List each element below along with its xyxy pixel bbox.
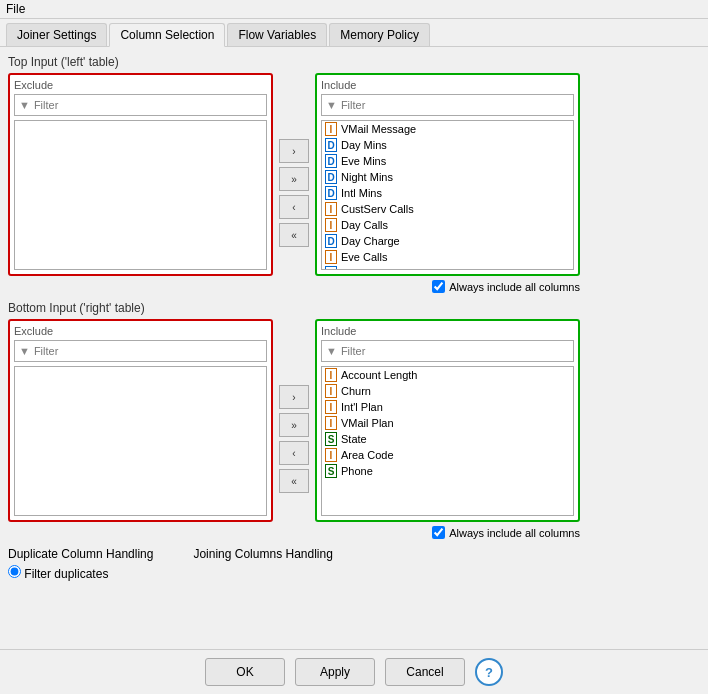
top-exclude-box: Exclude ▼	[8, 73, 273, 276]
list-item[interactable]: DNight Mins	[322, 169, 573, 185]
bottom-exclude-filter-icon: ▼	[19, 345, 30, 357]
bottom-always-include-row: Always include all columns	[315, 526, 580, 539]
list-item[interactable]: IChurn	[322, 383, 573, 399]
tab-column-selection[interactable]: Column Selection	[109, 23, 225, 47]
cancel-button[interactable]: Cancel	[385, 658, 465, 686]
bottom-exclude-label: Exclude	[14, 325, 267, 337]
tab-bar: Joiner Settings Column Selection Flow Va…	[0, 19, 708, 47]
top-move-right-all-button[interactable]: »	[279, 167, 309, 191]
bottom-include-filter-icon: ▼	[326, 345, 337, 357]
bottom-include-box: Include ▼ IAccount LengthIChurnIInt'l Pl…	[315, 319, 580, 522]
menu-bar: File	[0, 0, 708, 19]
tab-flow-variables[interactable]: Flow Variables	[227, 23, 327, 46]
tab-joiner[interactable]: Joiner Settings	[6, 23, 107, 46]
top-exclude-group: Exclude ▼	[8, 73, 273, 276]
filter-duplicates-radio[interactable]	[8, 565, 21, 578]
list-item[interactable]: DDay Charge	[322, 233, 573, 249]
top-always-include-row: Always include all columns	[315, 280, 580, 293]
bottom-move-left-all-button[interactable]: «	[279, 469, 309, 493]
duplicate-inner: Duplicate Column Handling Filter duplica…	[8, 547, 700, 581]
top-columns-area: Exclude ▼ › » ‹ «	[8, 73, 700, 293]
list-item[interactable]: IVMail Message	[322, 121, 573, 137]
top-include-list[interactable]: IVMail MessageDDay MinsDEve MinsDNight M…	[321, 120, 574, 270]
ok-button[interactable]: OK	[205, 658, 285, 686]
bottom-include-group: Include ▼ IAccount LengthIChurnIInt'l Pl…	[315, 319, 580, 539]
top-exclude-filter-input[interactable]	[34, 99, 262, 111]
top-include-label: Include	[321, 79, 574, 91]
bottom-bar: OK Apply Cancel ?	[0, 649, 708, 694]
list-item[interactable]: DIntl Mins	[322, 185, 573, 201]
list-item[interactable]: IArea Code	[322, 447, 573, 463]
top-include-box: Include ▼ IVMail MessageDDay MinsDEve Mi…	[315, 73, 580, 276]
list-item[interactable]: SState	[322, 431, 573, 447]
tab-memory-policy[interactable]: Memory Policy	[329, 23, 430, 46]
top-exclude-label: Exclude	[14, 79, 267, 91]
bottom-move-left-button[interactable]: ‹	[279, 441, 309, 465]
list-item[interactable]: DDay Mins	[322, 137, 573, 153]
duplicate-title: Duplicate Column Handling	[8, 547, 153, 561]
bottom-columns-area: Exclude ▼ › » ‹ «	[8, 319, 700, 539]
bottom-arrow-buttons: › » ‹ «	[279, 365, 309, 493]
top-section-title: Top Input ('left' table)	[8, 55, 700, 69]
top-input-section: Top Input ('left' table) Exclude ▼	[8, 55, 700, 293]
bottom-move-right-button[interactable]: ›	[279, 385, 309, 409]
bottom-include-label: Include	[321, 325, 574, 337]
top-exclude-filter-icon: ▼	[19, 99, 30, 111]
help-button[interactable]: ?	[475, 658, 503, 686]
duplicate-group: Duplicate Column Handling Filter duplica…	[8, 547, 153, 581]
list-item[interactable]: SPhone	[322, 463, 573, 479]
bottom-include-list[interactable]: IAccount LengthIChurnIInt'l PlanIVMail P…	[321, 366, 574, 516]
bottom-exclude-box: Exclude ▼	[8, 319, 273, 522]
main-window: File Joiner Settings Column Selection Fl…	[0, 0, 708, 694]
duplicate-section: Duplicate Column Handling Filter duplica…	[8, 547, 700, 581]
list-item[interactable]: DEve Mins	[322, 153, 573, 169]
bottom-always-include-checkbox[interactable]	[432, 526, 445, 539]
top-include-filter-input[interactable]	[341, 99, 569, 111]
bottom-always-include-label: Always include all columns	[449, 527, 580, 539]
list-item[interactable]: IDay Calls	[322, 217, 573, 233]
apply-button[interactable]: Apply	[295, 658, 375, 686]
top-arrow-buttons: › » ‹ «	[279, 119, 309, 247]
file-menu[interactable]: File	[6, 2, 25, 16]
filter-duplicates-label: Filter duplicates	[24, 567, 108, 581]
list-item[interactable]: IInt'l Plan	[322, 399, 573, 415]
bottom-exclude-list[interactable]	[14, 366, 267, 516]
list-item[interactable]: IEve Calls	[322, 249, 573, 265]
bottom-move-right-all-button[interactable]: »	[279, 413, 309, 437]
bottom-exclude-group: Exclude ▼	[8, 319, 273, 522]
top-always-include-checkbox[interactable]	[432, 280, 445, 293]
joining-group: Joining Columns Handling	[193, 547, 332, 581]
top-always-include-label: Always include all columns	[449, 281, 580, 293]
bottom-input-section: Bottom Input ('right' table) Exclude ▼	[8, 301, 700, 539]
joining-title: Joining Columns Handling	[193, 547, 332, 561]
top-include-group: Include ▼ IVMail MessageDDay MinsDEve Mi…	[315, 73, 580, 293]
list-item[interactable]: IAccount Length	[322, 367, 573, 383]
top-move-left-all-button[interactable]: «	[279, 223, 309, 247]
top-include-filter-bar: ▼	[321, 94, 574, 116]
top-move-right-button[interactable]: ›	[279, 139, 309, 163]
main-content: Top Input ('left' table) Exclude ▼	[0, 47, 708, 649]
top-exclude-filter-bar: ▼	[14, 94, 267, 116]
filter-duplicates-option[interactable]: Filter duplicates	[8, 565, 153, 581]
top-exclude-list[interactable]	[14, 120, 267, 270]
top-include-filter-icon: ▼	[326, 99, 337, 111]
bottom-section-title: Bottom Input ('right' table)	[8, 301, 700, 315]
list-item[interactable]: ICustServ Calls	[322, 201, 573, 217]
bottom-include-filter-bar: ▼	[321, 340, 574, 362]
duplicate-radio-group: Filter duplicates	[8, 565, 153, 581]
top-move-left-button[interactable]: ‹	[279, 195, 309, 219]
list-item[interactable]: DEve Charge	[322, 265, 573, 270]
bottom-exclude-filter-bar: ▼	[14, 340, 267, 362]
bottom-include-filter-input[interactable]	[341, 345, 569, 357]
bottom-exclude-filter-input[interactable]	[34, 345, 262, 357]
list-item[interactable]: IVMail Plan	[322, 415, 573, 431]
